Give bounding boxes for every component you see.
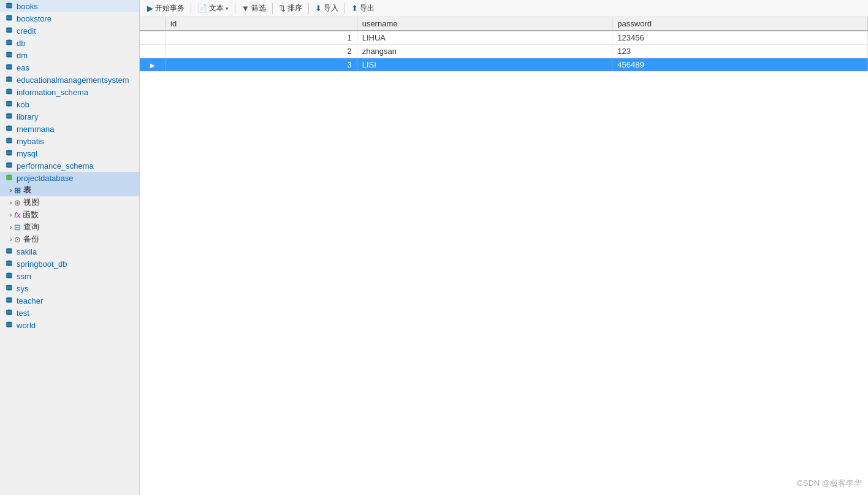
table-row[interactable]: 1LIHUA123456 [140, 31, 868, 45]
svg-point-6 [6, 19, 12, 21]
toolbar-btn-import[interactable]: ⬇导入 [311, 2, 342, 15]
sidebar-item-db[interactable]: db [0, 37, 139, 49]
sidebar-item-label: performance_schema [17, 161, 94, 171]
svg-point-71 [6, 275, 12, 277]
sidebar-item-memmana[interactable]: memmana [0, 123, 139, 135]
svg-point-18 [6, 56, 12, 58]
sidebar-item-mysql[interactable]: mysql [0, 147, 139, 159]
row-arrow-icon: ▶ [150, 62, 155, 69]
db-icon [5, 174, 13, 182]
sidebar-item-teacher[interactable]: teacher [0, 294, 139, 307]
sidebar-item-label: dm [17, 51, 28, 60]
svg-point-15 [6, 42, 12, 44]
cell-password[interactable]: 123 [612, 45, 868, 58]
svg-point-50 [6, 154, 12, 156]
svg-point-55 [6, 164, 12, 166]
sort-icon: ⇅ [279, 4, 286, 13]
toolbar-btn-begin-transaction[interactable]: ▶开始事务 [143, 2, 188, 15]
db-icon [5, 100, 13, 109]
fx-icon: fx [14, 210, 20, 220]
db-icon [5, 51, 13, 59]
sidebar-item-library[interactable]: library [0, 110, 139, 123]
cell-password[interactable]: 456489 [612, 58, 868, 72]
cell-id[interactable]: 1 [166, 31, 357, 45]
toolbar: ▶开始事务📄文本▾▼筛选⇅排序⬇导入⬆导出 [140, 0, 868, 17]
sidebar-item-label: sys [17, 284, 29, 293]
cell-username[interactable]: LISI [357, 58, 612, 72]
toolbar-divider [191, 3, 191, 14]
sidebar-item-bookstore[interactable]: bookstore [0, 12, 139, 25]
svg-point-86 [6, 326, 12, 328]
svg-point-34 [6, 105, 12, 107]
toolbar-divider [345, 3, 345, 14]
sidebar-item-performance_schema[interactable]: performance_schema [0, 159, 139, 172]
svg-point-10 [6, 31, 12, 33]
sidebar-item-sakila[interactable]: sakila [0, 245, 139, 258]
svg-point-79 [6, 299, 12, 301]
cell-id[interactable]: 3 [166, 58, 357, 72]
svg-point-82 [6, 313, 12, 315]
svg-point-87 [6, 324, 12, 326]
cell-password[interactable]: 123456 [612, 31, 868, 45]
col-header-password[interactable]: password [612, 17, 868, 31]
db-icon [5, 259, 13, 268]
sidebar-item-ssm[interactable]: ssm [0, 270, 139, 282]
sidebar-item-label: projectdatabase [17, 174, 74, 183]
toolbar-btn-sort[interactable]: ⇅排序 [275, 2, 306, 15]
sidebar-item-eas[interactable]: eas [0, 61, 139, 74]
sidebar-item-information_schema[interactable]: information_schema [0, 86, 139, 98]
btn-label: 开始事务 [155, 3, 185, 13]
import-icon: ⬇ [315, 4, 322, 13]
toolbar-divider [235, 3, 235, 14]
sidebar-item-dm[interactable]: dm [0, 49, 139, 61]
backup-icon: ⊙ [14, 235, 21, 244]
chevron-icon: › [10, 187, 12, 194]
sidebar-item-mybatis[interactable]: mybatis [0, 135, 139, 147]
svg-point-14 [6, 44, 12, 45]
chevron-icon: › [10, 224, 12, 231]
sidebar-item-springboot_db[interactable]: springboot_db [0, 258, 139, 270]
toolbar-btn-filter[interactable]: ▼筛选 [238, 2, 270, 15]
btn-label: 排序 [287, 3, 302, 13]
db-icon [5, 14, 13, 23]
svg-point-26 [6, 80, 12, 82]
svg-point-47 [6, 140, 12, 142]
db-icon [5, 284, 13, 293]
svg-point-70 [6, 277, 12, 278]
sidebar-item-world[interactable]: world [0, 319, 139, 331]
tree-item-label: 函数 [23, 209, 39, 220]
table-row[interactable]: 2zhangsan123 [140, 45, 868, 58]
sidebar-tree-views-tree[interactable]: › ⊛ 视图 [0, 196, 139, 209]
svg-point-11 [6, 29, 12, 31]
sidebar-item-label: kob [17, 100, 29, 109]
cell-id[interactable]: 2 [166, 45, 357, 58]
sidebar-tree-backup-tree[interactable]: › ⊙ 备份 [0, 233, 139, 245]
col-header-username[interactable]: username [357, 17, 612, 31]
sidebar-item-projectdatabase[interactable]: projectdatabase [0, 172, 139, 184]
sidebar-item-label: ssm [17, 272, 31, 281]
sidebar-item-books[interactable]: books [0, 0, 139, 12]
sidebar-tree-tables-tree[interactable]: › ⊞ 表 [0, 184, 139, 196]
sidebar-item-test[interactable]: test [0, 307, 139, 319]
toolbar-btn-export[interactable]: ⬆导出 [348, 2, 378, 15]
db-icon [5, 75, 13, 84]
col-header-id[interactable]: id [166, 17, 357, 31]
cell-username[interactable]: zhangsan [357, 45, 612, 58]
table-icon: ⊞ [14, 186, 21, 195]
toolbar-btn-text[interactable]: 📄文本▾ [194, 2, 232, 15]
sidebar-item-kob[interactable]: kob [0, 98, 139, 110]
sidebar-tree-functions-tree[interactable]: › fx 函数 [0, 209, 139, 221]
btn-label: 导出 [360, 3, 375, 13]
db-icon [5, 26, 13, 35]
svg-point-30 [6, 93, 12, 94]
sidebar-item-educationalmanagementsystem[interactable]: educationalmanagementsystem [0, 74, 139, 86]
table-row[interactable]: ▶3LISI456489 [140, 58, 868, 72]
sidebar-item-label: test [17, 309, 29, 318]
sidebar-item-sys[interactable]: sys [0, 282, 139, 294]
sidebar-item-credit[interactable]: credit [0, 25, 139, 37]
svg-point-74 [6, 289, 12, 291]
sidebar-tree-queries-tree[interactable]: › ⊟ 查询 [0, 221, 139, 233]
sidebar-item-label: library [17, 112, 38, 121]
cell-username[interactable]: LIHUA [357, 31, 612, 45]
btn-label: 文本 [209, 3, 224, 13]
